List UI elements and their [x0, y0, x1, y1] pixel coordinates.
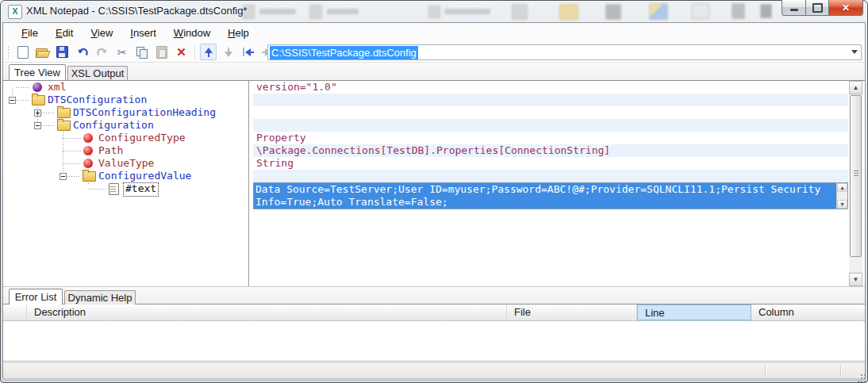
paste-clipboard-icon	[156, 46, 167, 59]
minimize-button[interactable]	[782, 0, 806, 16]
column-header-icon[interactable]	[3, 304, 27, 320]
menu-help[interactable]: Help	[219, 25, 258, 41]
scroll-up-icon[interactable]: ▲	[837, 183, 847, 192]
background-artifact	[649, 3, 668, 20]
app-icon: X	[8, 5, 22, 19]
save-button[interactable]	[52, 44, 72, 61]
collapse-expander-icon[interactable]	[60, 173, 67, 180]
tree-node-path[interactable]: Path	[3, 144, 248, 157]
editor-scrollbar[interactable]: ▲ ▼	[836, 183, 847, 209]
statusbar-separator	[765, 366, 766, 377]
vertical-scrollbar[interactable]: ▲ ▼	[849, 81, 862, 286]
tree-node-configuredvalue[interactable]: ConfiguredValue	[3, 170, 248, 182]
background-artifact	[692, 3, 709, 19]
value-xml-declaration[interactable]: version="1.0"	[256, 81, 337, 94]
folder-icon	[57, 121, 71, 131]
maximize-button[interactable]	[806, 0, 829, 16]
new-document-icon	[17, 46, 29, 59]
open-folder-icon	[36, 47, 49, 57]
redo-button[interactable]	[92, 44, 112, 61]
minimize-icon	[790, 9, 798, 11]
toolbar-separator	[194, 45, 195, 59]
column-header-file[interactable]: File	[507, 304, 637, 320]
nudge-up-button[interactable]	[198, 44, 218, 61]
folder-icon	[83, 171, 96, 182]
tree-node-valuetype[interactable]: ValueType	[3, 157, 248, 170]
tree-node-configuredtype[interactable]: ConfiguredType	[3, 132, 248, 144]
background-artifact	[760, 4, 772, 18]
dropdown-arrow-icon[interactable]	[851, 50, 858, 54]
attribute-icon	[83, 133, 93, 143]
column-header-description[interactable]: Description	[27, 304, 507, 320]
inline-value-editor[interactable]: Data Source=TestServer;User ID=myuser;Pa…	[253, 182, 848, 209]
undo-button[interactable]	[72, 44, 92, 61]
toolbar-grip[interactable]	[7, 45, 10, 59]
node-value-pane[interactable]: version="1.0" Property \Package.Connecti…	[253, 81, 848, 286]
collapse-expander-icon[interactable]	[9, 97, 16, 104]
tree-node-configuration[interactable]: Configuration	[3, 119, 248, 132]
error-list-header: Description File Line Column	[3, 304, 865, 321]
new-document-button[interactable]	[13, 44, 33, 61]
paste-button[interactable]	[152, 44, 171, 61]
xml-notepad-window: X XML Notepad - C:\SSIS\TestPackage.dtsC…	[0, 0, 868, 383]
attribute-icon	[83, 146, 93, 155]
row-stripe	[253, 170, 848, 182]
column-header-line[interactable]: Line	[637, 304, 751, 320]
close-icon: ✕	[842, 2, 850, 13]
nudge-down-button[interactable]	[218, 44, 238, 61]
value-valuetype[interactable]: String	[256, 157, 294, 170]
text-node-icon	[109, 183, 119, 195]
resize-grip-icon[interactable]	[861, 374, 862, 376]
xml-tree-view[interactable]: xml DTSConfiguration DTSConfigurationHea…	[3, 81, 248, 286]
tab-dynamic-help[interactable]: Dynamic Help	[64, 290, 136, 304]
error-list-body[interactable]	[3, 321, 865, 362]
tree-node-text[interactable]: #text	[3, 182, 248, 195]
copy-button[interactable]	[132, 44, 152, 61]
address-selected-text: C:\SSIS\TestPackage.dtsConfig	[270, 46, 418, 59]
cut-button[interactable]: ✂	[112, 44, 132, 61]
background-artifact	[605, 4, 621, 20]
menu-window[interactable]: Window	[165, 25, 219, 41]
menu-view[interactable]: View	[82, 25, 121, 41]
background-artifact	[327, 9, 359, 14]
tree-node-dtsconfigurationheading[interactable]: DTSConfigurationHeading	[3, 106, 248, 119]
value-path[interactable]: \Package.Connections[TestDB].Properties[…	[256, 144, 610, 157]
delete-button[interactable]: ✕	[171, 44, 191, 61]
background-artifact	[732, 3, 745, 19]
bottom-tabstrip: Error List Dynamic Help	[3, 286, 865, 304]
scroll-up-button[interactable]: ▲	[849, 81, 862, 94]
background-artifact	[259, 9, 296, 14]
status-bar	[3, 362, 865, 378]
scrollbar-thumb[interactable]	[850, 95, 862, 257]
tab-xsl-output[interactable]: XSL Output	[67, 66, 128, 80]
folder-icon	[57, 108, 71, 118]
background-artifact	[559, 4, 578, 20]
menu-file[interactable]: File	[13, 25, 47, 41]
collapse-expander-icon[interactable]	[34, 122, 41, 129]
scroll-down-button[interactable]: ▼	[849, 273, 862, 286]
menu-bar: File Edit View Insert Window Help	[3, 23, 865, 42]
undo-icon	[76, 46, 89, 59]
tab-tree-view[interactable]: Tree View	[9, 64, 66, 80]
value-configuredtype[interactable]: Property	[256, 132, 306, 144]
title-bar[interactable]: X XML Notepad - C:\SSIS\TestPackage.dtsC…	[0, 0, 868, 22]
tree-node-xml[interactable]: xml	[3, 81, 248, 94]
row-stripe	[253, 119, 848, 132]
expand-expander-icon[interactable]	[34, 109, 41, 117]
column-header-column[interactable]: Column	[751, 304, 865, 320]
menu-edit[interactable]: Edit	[47, 25, 82, 41]
window-controls: ✕	[782, 0, 863, 16]
menu-insert[interactable]: Insert	[121, 25, 165, 41]
address-combobox[interactable]: C:\SSIS\TestPackage.dtsConfig	[267, 44, 862, 60]
tab-error-list[interactable]: Error List	[9, 289, 63, 304]
copy-icon	[136, 47, 148, 58]
client-area: File Edit View Insert Window Help	[2, 22, 866, 378]
window-title: XML Notepad - C:\SSIS\TestPackage.dtsCon…	[26, 5, 247, 17]
open-file-button[interactable]	[33, 44, 52, 61]
redo-icon	[96, 46, 109, 59]
cut-scissors-icon: ✂	[117, 47, 127, 58]
tree-node-dtsconfiguration[interactable]: DTSConfiguration	[3, 94, 248, 106]
scroll-down-icon[interactable]: ▼	[837, 200, 847, 209]
close-button[interactable]: ✕	[829, 0, 863, 16]
nudge-left-button[interactable]	[238, 44, 258, 61]
